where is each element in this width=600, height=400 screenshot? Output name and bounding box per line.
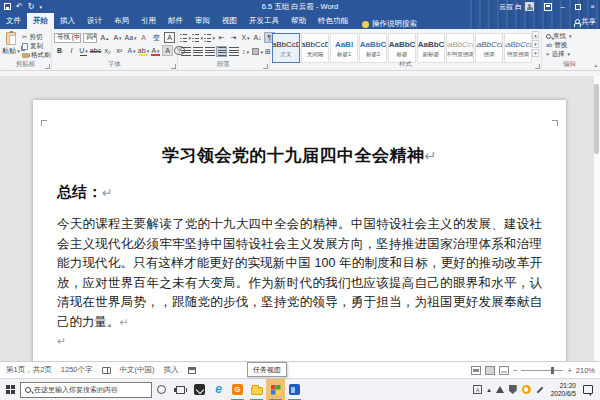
change-case-icon[interactable]: Aa▾: [125, 32, 136, 43]
font-name-combobox[interactable]: 等线 (中文正▾: [54, 33, 81, 43]
zoom-in-button[interactable]: +: [567, 366, 571, 375]
task-view-button[interactable]: [171, 379, 190, 400]
style-item[interactable]: AaBbC 标题: [388, 33, 416, 63]
style-item[interactable]: AaBbCcD 明显强调: [504, 33, 532, 63]
insert-mode-indicator[interactable]: 插入: [164, 365, 179, 375]
customize-qat-icon[interactable]: ▾: [39, 4, 42, 10]
find-button[interactable]: 查找▾: [542, 31, 597, 40]
distribute-icon[interactable]: [228, 46, 239, 57]
ribbon-tab[interactable]: 邮件: [162, 13, 189, 29]
document-page[interactable]: 学习领会党的十九届四中全会精神↵ 总结：↵ 今天的课程主要解读了党的十九大四中全…: [33, 100, 566, 361]
strikethrough-icon[interactable]: abc: [90, 45, 101, 56]
taskbar-search-input[interactable]: 在这里输入你要搜索的内容: [20, 382, 152, 398]
save-icon[interactable]: [4, 3, 11, 10]
ribbon-tab[interactable]: 文件: [0, 13, 27, 29]
increase-indent-icon[interactable]: ⇥: [228, 32, 239, 43]
asian-layout-icon[interactable]: X▾: [240, 32, 251, 43]
styles-scroll-down-icon[interactable]: ▾: [532, 40, 539, 48]
styles-more-icon[interactable]: ▾: [532, 49, 539, 57]
phonetic-guide-icon[interactable]: 变: [151, 32, 162, 43]
style-item[interactable]: AaBl 标题1: [330, 33, 358, 63]
decrease-indent-icon[interactable]: ⇤: [216, 32, 227, 43]
ribbon-tab[interactable]: 布局: [108, 13, 135, 29]
text-highlight-icon[interactable]: ab▾: [138, 45, 149, 56]
character-shading-icon[interactable]: A: [162, 45, 173, 56]
ribbon-tab[interactable]: 审阅: [189, 13, 216, 29]
pinned-app-dark[interactable]: [190, 379, 209, 400]
italic-icon[interactable]: I: [66, 45, 77, 56]
clear-formatting-icon[interactable]: A: [138, 32, 149, 43]
vertical-scrollbar[interactable]: [593, 76, 600, 361]
word-count[interactable]: 1250个字: [61, 365, 93, 375]
style-item[interactable]: AaBbCcDx 无间隔: [301, 33, 329, 63]
macro-recording-icon[interactable]: [188, 367, 196, 374]
active-app-button[interactable]: [266, 379, 285, 400]
zoom-slider-thumb[interactable]: [551, 367, 554, 374]
avatar[interactable]: [525, 2, 534, 11]
document-body-paragraph[interactable]: 今天的课程主要解读了党的十九大四中全会的精神。中国特设社会主义的发展、建设社会主…: [57, 215, 542, 332]
zoom-level[interactable]: 210%: [576, 366, 595, 375]
security-icon[interactable]: [509, 385, 517, 394]
collapse-ribbon-icon[interactable]: ▴: [594, 62, 597, 68]
ribbon-tab[interactable]: 开始: [27, 13, 54, 29]
shrink-font-icon[interactable]: A▾: [112, 32, 123, 43]
ribbon-tab[interactable]: 插入: [54, 13, 81, 29]
style-item[interactable]: AaBbCcD 强调: [475, 33, 503, 63]
document-heading[interactable]: 总结：↵: [57, 183, 540, 202]
font-dialog-launcher[interactable]: [171, 64, 176, 69]
ribbon-tab[interactable]: 开发工具: [243, 13, 285, 29]
numbering-icon[interactable]: ▾: [192, 32, 203, 43]
document-title[interactable]: 学习领会党的十九届四中全会精神↵: [33, 144, 566, 167]
empty-paragraph[interactable]: ↵: [57, 334, 542, 348]
font-color-icon[interactable]: A▾: [150, 45, 161, 56]
language-indicator[interactable]: 中文(中国): [120, 365, 155, 375]
superscript-icon[interactable]: x²: [114, 45, 125, 56]
minimize-button[interactable]: –: [555, 0, 570, 13]
styles-dialog-launcher[interactable]: [535, 64, 540, 69]
hidden-icons-chevron-icon[interactable]: ▴: [487, 386, 491, 394]
ribbon-tab[interactable]: 特色功能: [312, 13, 354, 29]
ribbon-tab[interactable]: 视图: [216, 13, 243, 29]
scrollbar-thumb[interactable]: [594, 84, 599, 154]
action-center-icon[interactable]: [583, 385, 593, 394]
web-layout-icon[interactable]: [499, 366, 509, 375]
underline-icon[interactable]: U▾: [78, 45, 89, 56]
sort-icon[interactable]: A↓: [252, 32, 263, 43]
clipboard-dialog-launcher[interactable]: [45, 64, 50, 69]
office-app-button[interactable]: [285, 379, 304, 400]
multilevel-list-icon[interactable]: ▾: [204, 32, 215, 43]
cortana-button[interactable]: [152, 379, 171, 400]
style-item[interactable]: AaBbCcDx 正文: [272, 33, 300, 63]
tell-me-search[interactable]: 操作说明搜索: [362, 19, 417, 29]
ribbon-display-options-icon[interactable]: [540, 0, 555, 13]
pinned-app-orange[interactable]: G: [228, 379, 247, 400]
settings-wrench-icon[interactable]: [536, 389, 544, 391]
close-button[interactable]: ×: [585, 0, 600, 13]
qq-icon[interactable]: [522, 385, 531, 394]
taskbar-clock[interactable]: 21:20 2020/6/5: [549, 382, 578, 398]
bold-icon[interactable]: B: [54, 45, 65, 56]
replace-button[interactable]: ab替换: [542, 40, 597, 49]
font-size-combobox[interactable]: 四号▾: [83, 33, 97, 43]
line-spacing-icon[interactable]: ↕▾: [240, 46, 251, 57]
style-item[interactable]: AaBbC 副标题: [417, 33, 445, 63]
undo-icon[interactable]: ↶: [16, 2, 23, 11]
file-explorer-button[interactable]: [247, 379, 266, 400]
grow-font-icon[interactable]: A▴: [99, 32, 110, 43]
style-item[interactable]: AaBbCcD 不明显强调: [446, 33, 474, 63]
zoom-out-button[interactable]: −: [513, 366, 517, 375]
start-button[interactable]: [0, 379, 20, 400]
bullets-icon[interactable]: ▾: [180, 32, 191, 43]
align-left-icon[interactable]: [180, 46, 191, 57]
text-effects-icon[interactable]: A▾: [126, 45, 137, 56]
styles-scroll-up-icon[interactable]: ▴: [532, 31, 539, 39]
paragraph-dialog-launcher[interactable]: [263, 64, 268, 69]
character-border-icon[interactable]: A: [164, 32, 175, 43]
zoom-slider[interactable]: [521, 370, 563, 371]
select-button[interactable]: ⌖选择▾: [542, 49, 597, 58]
cut-button[interactable]: ✂剪切: [22, 33, 51, 41]
read-mode-icon[interactable]: [471, 366, 481, 375]
align-center-icon[interactable]: [192, 46, 203, 57]
edge-button[interactable]: e: [209, 379, 228, 400]
ime-icon[interactable]: A: [473, 385, 482, 394]
